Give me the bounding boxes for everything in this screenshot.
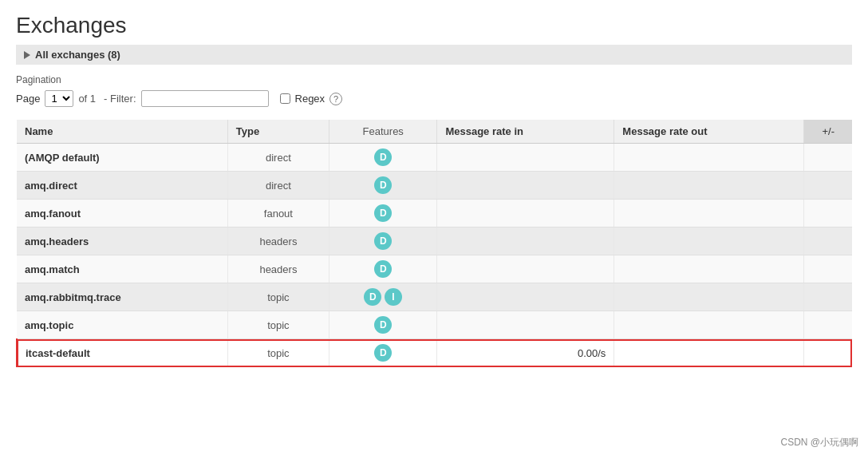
cell-name: amq.match [17,255,227,283]
cell-name: amq.fanout [17,200,227,228]
cell-rate-out [614,255,804,283]
filter-label: - Filter: [104,93,136,105]
cell-type: topic [227,311,329,339]
cell-plus-minus [804,144,852,172]
exchanges-table: Name Type Features Message rate in Messa… [16,120,852,367]
cell-plus-minus [804,339,852,367]
page-select[interactable]: 1 [45,90,73,107]
cell-rate-out [614,200,804,228]
cell-name: amq.headers [17,228,227,255]
cell-type: direct [227,172,329,200]
cell-features: D [329,228,437,255]
table-row[interactable]: (AMQP default)directD [17,144,852,172]
cell-plus-minus [804,255,852,283]
cell-type: topic [227,339,329,367]
cell-rate-out [614,144,804,172]
cell-name: amq.topic [17,311,227,339]
filter-input[interactable] [141,90,269,107]
page-title: Exchanges [16,13,852,38]
durable-badge: D [374,260,392,278]
section-header: All exchanges (8) [16,45,852,65]
help-icon[interactable]: ? [329,93,342,105]
cell-rate-out [614,311,804,339]
cell-type: headers [227,255,329,283]
cell-rate-in [437,311,614,339]
cell-features: D [329,172,437,200]
cell-features: D [329,200,437,228]
cell-plus-minus [804,283,852,311]
cell-plus-minus [804,172,852,200]
cell-features: D [329,311,437,339]
table-row[interactable]: amq.matchheadersD [17,255,852,283]
cell-type: headers [227,228,329,255]
cell-rate-out [614,339,804,367]
internal-badge: I [385,288,402,306]
table-row[interactable]: amq.rabbitmq.tracetopicD I [17,283,852,311]
durable-badge: D [374,316,392,334]
cell-type: direct [227,144,329,172]
col-type: Type [227,120,329,144]
table-row[interactable]: amq.topictopicD [17,311,852,339]
section-label: All exchanges (8) [35,49,120,61]
col-rate-out: Message rate out [614,120,804,144]
cell-plus-minus [804,200,852,228]
cell-rate-out [614,283,804,311]
cell-name: itcast-default [17,339,227,367]
col-features: Features [329,120,437,144]
durable-badge: D [374,232,392,250]
table-row[interactable]: amq.headersheadersD [17,228,852,255]
durable-badge: D [364,288,381,306]
cell-rate-in [437,144,614,172]
of-text: of 1 [78,93,96,105]
cell-features: D I [329,283,437,311]
cell-name: amq.direct [17,172,227,200]
col-rate-in: Message rate in [437,120,614,144]
cell-rate-in: 0.00/s [437,339,614,367]
durable-badge: D [374,204,392,222]
cell-rate-out [614,172,804,200]
cell-plus-minus [804,311,852,339]
col-name: Name [17,120,227,144]
cell-rate-in [437,172,614,200]
cell-rate-out [614,228,804,255]
cell-type: fanout [227,200,329,228]
table-row[interactable]: amq.directdirectD [17,172,852,200]
pagination-label: Pagination [16,74,852,85]
table-row[interactable]: itcast-defaulttopicD 0.00/s [17,339,852,367]
collapse-icon[interactable] [24,51,30,59]
durable-badge: D [374,176,392,194]
cell-type: topic [227,283,329,311]
table-header-row: Name Type Features Message rate in Messa… [17,120,852,144]
cell-features: D [329,144,437,172]
pagination-row: Page 1 of 1 - Filter: Regex ? [16,90,852,107]
col-plus-minus: +/- [804,120,852,144]
cell-rate-in [437,228,614,255]
cell-features: D [329,339,437,367]
durable-badge: D [374,148,392,166]
regex-checkbox[interactable] [280,93,290,104]
table-row[interactable]: amq.fanoutfanoutD [17,200,852,228]
durable-badge: D [374,344,392,362]
cell-rate-in [437,255,614,283]
cell-plus-minus [804,228,852,255]
cell-name: amq.rabbitmq.trace [17,283,227,311]
cell-name: (AMQP default) [17,144,227,172]
cell-rate-in [437,200,614,228]
regex-label: Regex [295,93,326,105]
cell-features: D [329,255,437,283]
page-label: Page [16,93,40,105]
cell-rate-in [437,283,614,311]
